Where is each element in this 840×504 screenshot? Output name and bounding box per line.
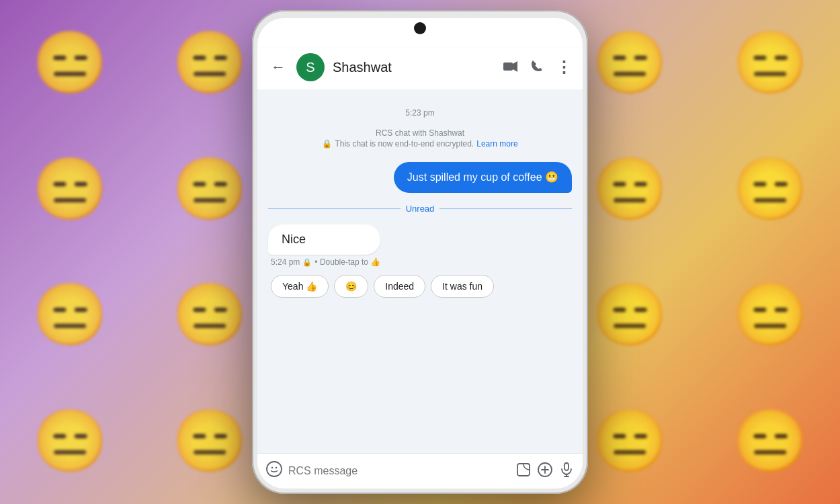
unread-line-right xyxy=(439,208,572,209)
header-actions: ⋮ xyxy=(503,59,572,76)
double-tap-text: • Double-tap to 👍 xyxy=(314,257,380,267)
svg-point-3 xyxy=(271,467,274,469)
phone-call-icon[interactable] xyxy=(530,59,544,76)
avatar[interactable]: S xyxy=(296,53,325,81)
bg-emoji-13: 😑 xyxy=(0,252,140,378)
unread-label: Unread xyxy=(406,204,435,214)
emoji-button[interactable] xyxy=(265,460,283,482)
quick-reply-fun[interactable]: It was fun xyxy=(431,275,494,298)
contact-name[interactable]: Shashwat xyxy=(333,60,495,75)
rcs-title: RCS chat with Shashwat xyxy=(268,128,572,138)
input-bar xyxy=(257,453,583,489)
chat-header: ← S Shashwat ⋮ xyxy=(257,48,583,89)
bg-emoji-18: 😑 xyxy=(700,252,840,378)
message-meta: 5:24 pm 🔒 • Double-tap to 👍 xyxy=(268,257,380,267)
bg-emoji-6: 😑 xyxy=(700,0,840,126)
sent-message: Just spilled my cup of coffee 😬 xyxy=(394,162,572,193)
svg-point-4 xyxy=(276,467,278,469)
quick-reply-indeed[interactable]: Indeed xyxy=(374,275,425,298)
bg-emoji-1: 😑 xyxy=(0,0,140,126)
svg-point-2 xyxy=(267,462,282,476)
encrypted-info: 🔒 This chat is now end-to-end encrypted.… xyxy=(268,139,572,149)
svg-marker-1 xyxy=(513,61,517,72)
unread-divider: Unread xyxy=(268,204,572,214)
meta-lock-icon: 🔒 xyxy=(302,258,312,267)
voice-icon[interactable] xyxy=(558,462,575,481)
received-bubble: Nice xyxy=(268,224,380,255)
sticker-icon[interactable] xyxy=(515,462,532,481)
camera-notch xyxy=(414,22,426,34)
unread-line-left xyxy=(268,208,401,209)
back-button[interactable]: ← xyxy=(268,56,288,79)
add-icon[interactable] xyxy=(537,462,553,481)
learn-more-link[interactable]: Learn more xyxy=(476,139,517,149)
quick-reply-yeah[interactable]: Yeah 👍 xyxy=(271,275,329,298)
bg-emoji-12: 😑 xyxy=(700,126,840,253)
phone-frame: ← S Shashwat ⋮ 5:23 pm xyxy=(252,10,588,494)
video-call-icon[interactable] xyxy=(503,60,518,75)
message-input[interactable] xyxy=(288,465,510,477)
quick-replies: Yeah 👍 😊 Indeed It was fun xyxy=(268,275,572,298)
phone-screen: ← S Shashwat ⋮ 5:23 pm xyxy=(257,18,583,489)
svg-rect-0 xyxy=(503,62,513,71)
lock-icon: 🔒 xyxy=(322,139,332,149)
chat-area: 5:23 pm RCS chat with Shashwat 🔒 This ch… xyxy=(257,89,583,453)
more-options-icon[interactable]: ⋮ xyxy=(556,59,572,75)
bg-emoji-24: 😑 xyxy=(700,378,840,505)
received-message: Nice 5:24 pm 🔒 • Double-tap to 👍 xyxy=(268,224,380,267)
received-time: 5:24 pm xyxy=(271,257,300,267)
message-timestamp: 5:23 pm xyxy=(268,108,572,118)
bg-emoji-7: 😑 xyxy=(0,126,140,253)
quick-reply-smile[interactable]: 😊 xyxy=(334,275,368,298)
bg-emoji-19: 😑 xyxy=(0,378,140,505)
rcs-info: RCS chat with Shashwat 🔒 This chat is no… xyxy=(268,128,572,149)
encrypted-text: This chat is now end-to-end encrypted. xyxy=(335,139,474,149)
sent-bubble: Just spilled my cup of coffee 😬 xyxy=(394,162,572,193)
svg-rect-9 xyxy=(564,463,569,470)
